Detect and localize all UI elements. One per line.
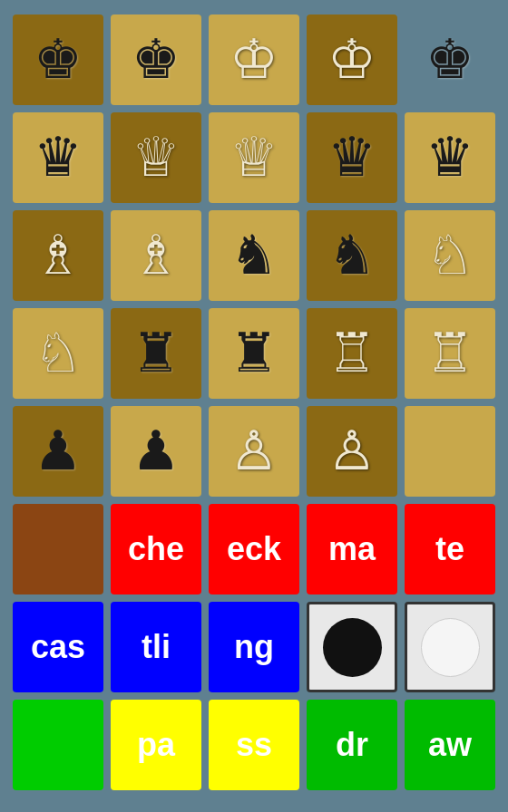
cell-king-3[interactable]: ♔ <box>209 14 299 105</box>
white-circle-icon <box>421 618 480 677</box>
cell-king-4[interactable]: ♔ <box>307 14 397 105</box>
cell-empty <box>405 406 495 497</box>
black-queen-icon-2: ♛ <box>327 130 376 185</box>
white-bishop-icon-2: ♗ <box>132 228 181 283</box>
mate-text-1: ma <box>327 528 377 570</box>
white-rook-icon: ♖ <box>327 326 376 381</box>
cell-mate-2[interactable]: te <box>405 504 495 594</box>
black-pawn-icon: ♟ <box>34 424 83 478</box>
black-queen-icon: ♛ <box>34 130 83 185</box>
pass-text-1: pa <box>135 724 177 766</box>
cell-rook-1[interactable]: ♜ <box>111 308 201 399</box>
chess-emoji-grid: ♚ ♚ ♔ ♔ ♚ ♛ ♕ ♕ ♛ ♛ ♗ ♗ ♞ ♞ ♘ ♘ <box>0 0 508 805</box>
cell-check-1[interactable]: che <box>111 504 201 594</box>
black-knight-icon-2: ♞ <box>327 228 376 283</box>
cell-queen-4[interactable]: ♛ <box>307 112 397 203</box>
black-queen-icon-3: ♛ <box>425 130 474 185</box>
white-knight-icon-2: ♘ <box>34 326 83 381</box>
cell-pawn-3[interactable]: ♙ <box>209 406 299 497</box>
cell-bishop-1[interactable]: ♗ <box>13 210 103 301</box>
cell-king-1[interactable]: ♚ <box>13 14 103 105</box>
cell-rook-3[interactable]: ♖ <box>307 308 397 399</box>
cell-knight-3[interactable]: ♘ <box>405 210 495 301</box>
draw-text-1: dr <box>334 724 370 766</box>
black-king-icon: ♚ <box>34 33 83 87</box>
cell-draw-1[interactable]: dr <box>307 700 397 790</box>
cell-king-2[interactable]: ♚ <box>111 14 201 105</box>
white-king-icon: ♔ <box>230 33 278 87</box>
cell-knight-1[interactable]: ♞ <box>209 210 299 301</box>
cell-castling-2[interactable]: tli <box>111 602 201 692</box>
castling-text-2: tli <box>140 626 172 668</box>
cell-castling-3[interactable]: ng <box>209 602 299 692</box>
white-king-icon-2: ♔ <box>327 33 376 87</box>
castling-text-3: ng <box>232 626 276 668</box>
cell-draw-2[interactable]: aw <box>405 700 495 790</box>
white-rook-icon-2: ♖ <box>425 326 474 381</box>
cell-king-5[interactable]: ♚ <box>405 14 495 105</box>
white-knight-icon: ♘ <box>425 228 474 283</box>
cell-black-circle <box>307 602 397 692</box>
king-icon-2: ♚ <box>132 33 181 87</box>
check-text-1: che <box>126 528 186 570</box>
black-pawn-icon-2: ♟ <box>132 424 181 478</box>
draw-text-2: aw <box>426 724 474 766</box>
cell-queen-2[interactable]: ♕ <box>111 112 201 203</box>
cell-queen-5[interactable]: ♛ <box>405 112 495 203</box>
cell-brown-square <box>13 504 103 594</box>
cell-pass-2[interactable]: ss <box>209 700 299 790</box>
cell-mate-1[interactable]: ma <box>307 504 397 594</box>
cell-pawn-2[interactable]: ♟ <box>111 406 201 497</box>
castling-text-1: cas <box>29 626 87 668</box>
cell-rook-2[interactable]: ♜ <box>209 308 299 399</box>
cell-knight-2[interactable]: ♞ <box>307 210 397 301</box>
cell-pawn-4[interactable]: ♙ <box>307 406 397 497</box>
black-knight-icon: ♞ <box>230 228 278 283</box>
cell-bishop-2[interactable]: ♗ <box>111 210 201 301</box>
black-circle-icon <box>323 618 382 677</box>
cell-white-circle <box>405 602 495 692</box>
white-queen-icon: ♕ <box>132 130 181 185</box>
white-pawn-icon-2: ♙ <box>327 424 376 478</box>
cell-castling-1[interactable]: cas <box>13 602 103 692</box>
cell-rook-4[interactable]: ♖ <box>405 308 495 399</box>
cell-queen-1[interactable]: ♛ <box>13 112 103 203</box>
black-king-icon-5: ♚ <box>425 33 474 87</box>
cell-knight-4[interactable]: ♘ <box>13 308 103 399</box>
cell-pass-1[interactable]: pa <box>111 700 201 790</box>
cell-check-2[interactable]: eck <box>209 504 299 594</box>
pass-text-2: ss <box>234 724 274 766</box>
white-bishop-icon: ♗ <box>34 228 83 283</box>
mate-text-2: te <box>434 528 466 570</box>
white-queen-icon-2: ♕ <box>230 130 278 185</box>
cell-green-square <box>13 700 103 790</box>
cell-pawn-1[interactable]: ♟ <box>13 406 103 497</box>
black-rook-icon-2: ♜ <box>230 326 278 381</box>
check-text-2: eck <box>225 528 283 570</box>
black-rook-icon: ♜ <box>132 326 181 381</box>
cell-queen-3[interactable]: ♕ <box>209 112 299 203</box>
white-pawn-icon: ♙ <box>230 424 278 478</box>
